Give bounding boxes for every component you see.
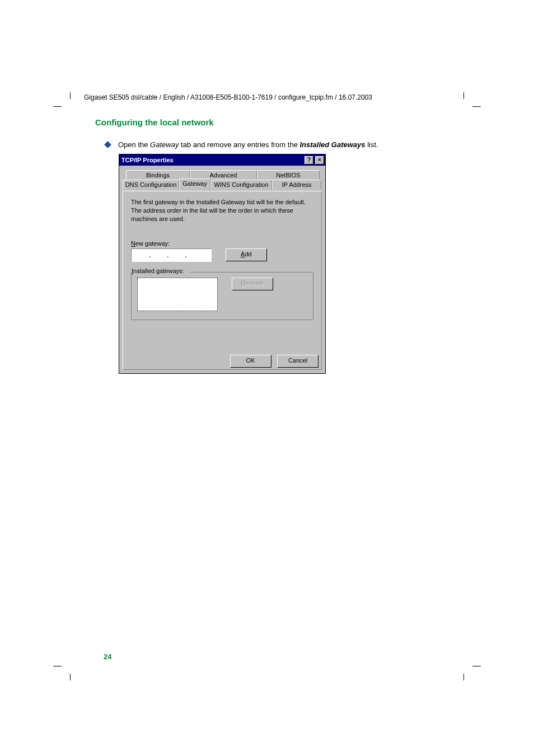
add-button[interactable]: Add xyxy=(226,248,267,261)
crop-mark xyxy=(70,674,71,680)
tcpip-properties-dialog: TCP/IP Properties ? × Bindings Advanced … xyxy=(119,154,326,374)
cancel-button[interactable]: Cancel xyxy=(277,355,318,368)
tab-netbios[interactable]: NetBIOS xyxy=(257,170,320,180)
bullet-icon xyxy=(104,141,111,148)
remove-button[interactable]: Remove xyxy=(232,278,273,290)
new-gateway-input[interactable]: . . . xyxy=(131,248,212,262)
section-heading: Configuring the local network xyxy=(95,118,214,127)
ok-button[interactable]: OK xyxy=(230,355,271,368)
crop-mark xyxy=(472,106,481,107)
close-button[interactable]: × xyxy=(315,156,324,165)
crop-mark xyxy=(53,666,62,666)
tab-dns-configuration[interactable]: DNS Configuration xyxy=(123,180,179,190)
dialog-title: TCP/IP Properties xyxy=(121,157,174,163)
bullet-text: Open the Gateway tab and remove any entr… xyxy=(118,140,378,150)
dialog-button-row: OK Cancel xyxy=(227,355,318,368)
tab-ip-address[interactable]: IP Address xyxy=(272,180,321,190)
installed-gateways-label: Installed gateways: xyxy=(132,267,185,274)
tab-gateway[interactable]: Gateway xyxy=(179,179,210,190)
crop-mark xyxy=(70,92,71,99)
bullet-item: Open the Gateway tab and remove any entr… xyxy=(105,140,452,150)
new-gateway-label: New gateway: xyxy=(131,240,313,247)
tab-strip: Bindings Advanced NetBIOS DNS Configurat… xyxy=(123,170,322,191)
installed-gateways-group: Installed gateways: Remove xyxy=(131,272,313,320)
dialog-titlebar: TCP/IP Properties ? × xyxy=(119,154,325,166)
page-header: Gigaset SE505 dsl/cable / English / A310… xyxy=(84,93,465,101)
crop-mark xyxy=(463,674,464,680)
installed-gateways-list[interactable] xyxy=(137,278,218,311)
tab-panel-gateway: The first gateway in the Installed Gatew… xyxy=(123,191,322,370)
help-button[interactable]: ? xyxy=(305,156,313,165)
gateway-description: The first gateway in the Installed Gatew… xyxy=(131,198,313,223)
crop-mark xyxy=(53,106,62,107)
page-number: 24 xyxy=(104,652,111,661)
tab-wins-configuration[interactable]: WINS Configuration xyxy=(210,180,272,190)
crop-mark xyxy=(472,666,481,666)
